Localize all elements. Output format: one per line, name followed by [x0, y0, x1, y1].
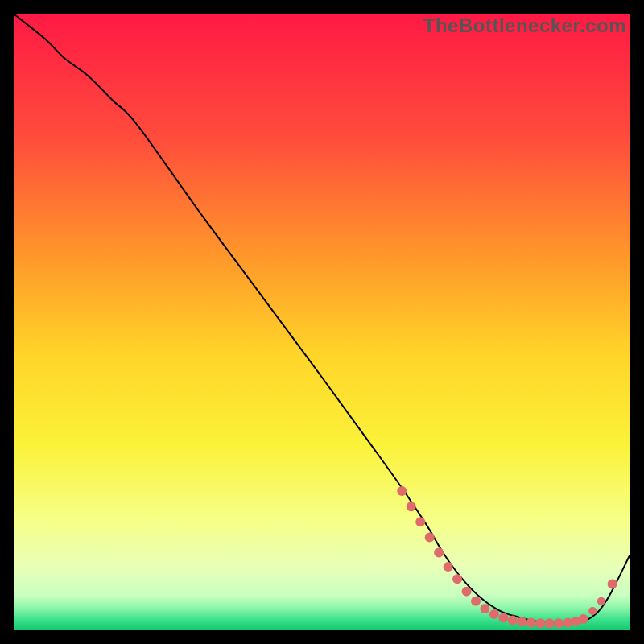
highlight-dot: [425, 532, 435, 542]
highlight-dot: [489, 609, 499, 619]
highlight-dot: [588, 607, 597, 615]
highlight-dot: [462, 587, 472, 597]
highlight-dot: [407, 502, 416, 511]
highlight-dot: [415, 517, 425, 526]
highlight-dot: [498, 613, 508, 622]
highlight-dot: [452, 574, 462, 584]
plot-area: TheBottlenecker.com: [14, 14, 630, 630]
highlight-dot: [526, 618, 536, 628]
highlight-dot: [535, 618, 545, 628]
highlight-dot: [480, 604, 489, 613]
watermark-text: TheBottlenecker.com: [423, 14, 626, 37]
highlight-dot: [434, 548, 444, 558]
highlight-dot: [579, 614, 588, 624]
highlight-dot: [444, 562, 453, 572]
bottleneck-curve: [14, 14, 630, 624]
highlight-dot: [508, 616, 518, 625]
highlight-dot: [471, 597, 481, 606]
highlight-dot: [608, 579, 617, 588]
highlight-dot: [397, 486, 407, 496]
highlight-dot: [517, 617, 526, 626]
highlight-dot: [554, 618, 564, 628]
highlight-dots: [397, 486, 617, 628]
curve-layer: [14, 14, 630, 630]
chart-frame: TheBottlenecker.com: [0, 0, 644, 644]
highlight-dot: [597, 597, 605, 605]
highlight-dot: [545, 618, 555, 628]
